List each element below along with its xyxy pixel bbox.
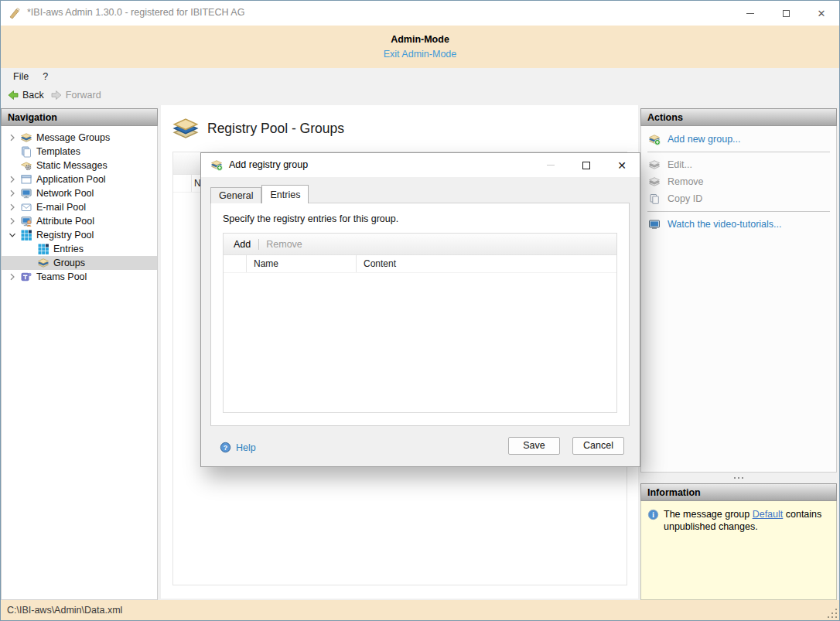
menu-help[interactable]: ? [36, 70, 55, 84]
title-bar: *IBI-aws Admin 1.30.0 - registered for I… [1, 1, 839, 26]
action-add-new-group[interactable]: Add new group... [641, 131, 836, 148]
nav-item-registry-pool[interactable]: Registry Pool [2, 228, 157, 242]
save-button[interactable]: Save [508, 437, 560, 455]
dialog-title: Add registry group [229, 159, 308, 170]
nav-item-message-groups[interactable]: Message Groups [2, 131, 157, 145]
app-icon [9, 7, 21, 19]
maximize-icon [783, 10, 790, 17]
nav-toolbar: Back Forward [1, 84, 839, 105]
default-group-link[interactable]: Default [753, 509, 784, 520]
nav-item-label: Registry Pool [36, 230, 94, 241]
app-window: *IBI-aws Admin 1.30.0 - registered for I… [0, 0, 840, 621]
nav-item-templates[interactable]: Templates [2, 145, 157, 159]
info-text-before: The message group [664, 509, 753, 520]
forward-arrow-icon [50, 89, 63, 101]
page-title: Registry Pool - Groups [207, 121, 344, 137]
minimize-icon [547, 165, 555, 165]
nav-item-entries[interactable]: Entries [2, 242, 157, 256]
dialog-close-button[interactable]: ✕ [604, 153, 640, 177]
window-icon [20, 173, 32, 186]
add-group-icon [210, 159, 223, 171]
layers-icon [172, 114, 200, 142]
nav-item-network-pool[interactable]: Network Pool [2, 186, 157, 200]
navigation-panel: Navigation Message GroupsTemplatesStatic… [1, 108, 158, 600]
menu-file[interactable]: File [6, 70, 36, 84]
action-copy-id: Copy ID [641, 190, 836, 207]
chevron-down-icon[interactable] [6, 229, 19, 241]
entries-description: Specify the registry entries for this gr… [223, 213, 398, 224]
right-column: Actions Add new group...Edit...RemoveCop… [640, 108, 837, 600]
column-header-content[interactable]: Content [357, 255, 616, 272]
status-path: C:\IBI-aws\Admin\Data.xml [7, 605, 122, 616]
action-edit: Edit... [641, 156, 836, 173]
admin-mode-banner: Admin-Mode Exit Admin-Mode [1, 26, 839, 68]
chevron-spacer [23, 257, 36, 269]
tv-icon [648, 218, 661, 230]
page-heading: Registry Pool - Groups [172, 114, 344, 142]
action-label: Copy ID [668, 193, 702, 204]
actions-divider [647, 152, 830, 152]
column-header-name[interactable]: Name [247, 255, 357, 272]
panel-splitter-handle[interactable] [640, 473, 837, 483]
close-icon: ✕ [818, 9, 826, 19]
remove-entry-button[interactable]: Remove [266, 239, 302, 250]
actions-list: Add new group...Edit...RemoveCopy IDWatc… [640, 126, 837, 473]
chevron-right-icon[interactable] [6, 201, 19, 213]
cancel-button[interactable]: Cancel [572, 437, 624, 455]
menu-bar: File ? [1, 68, 839, 84]
chevron-right-icon[interactable] [6, 187, 19, 200]
window-title: *IBI-aws Admin 1.30.0 - registered for I… [27, 7, 244, 18]
dialog-tabs: GeneralEntries [210, 185, 309, 203]
exit-admin-mode-link[interactable]: Exit Admin-Mode [384, 49, 456, 60]
nav-item-e-mail-pool[interactable]: E-mail Pool [2, 200, 157, 214]
chevron-right-icon[interactable] [6, 215, 19, 227]
help-icon [220, 442, 231, 453]
admin-mode-label: Admin-Mode [1, 26, 839, 45]
nav-item-label: E-mail Pool [36, 202, 86, 213]
monitor-icon [20, 187, 32, 200]
close-icon: ✕ [617, 159, 627, 172]
add-registry-group-dialog: Add registry group ✕ GeneralEntries Spec… [200, 152, 640, 467]
entries-list-header: NameContent [224, 255, 616, 273]
back-button[interactable]: Back [7, 89, 44, 101]
nav-item-teams-pool[interactable]: Teams Pool [2, 270, 157, 284]
nav-item-label: Static Messages [36, 160, 108, 171]
back-label: Back [22, 90, 44, 101]
layers-icon [20, 131, 32, 144]
close-button[interactable]: ✕ [804, 1, 839, 26]
actions-panel: Actions Add new group...Edit...RemoveCop… [640, 108, 837, 473]
resize-grip[interactable] [827, 608, 837, 618]
add-entry-button[interactable]: Add [234, 239, 251, 250]
chevron-right-icon[interactable] [6, 173, 19, 186]
chevron-right-icon[interactable] [6, 271, 19, 283]
nav-item-label: Teams Pool [36, 271, 87, 282]
chevron-spacer [23, 243, 36, 255]
nav-item-label: Entries [53, 244, 84, 254]
forward-button[interactable]: Forward [50, 89, 101, 101]
navigation-header: Navigation [1, 108, 158, 126]
action-label: Add new group... [668, 134, 741, 145]
actions-divider [647, 211, 830, 212]
dialog-title-bar: Add registry group ✕ [201, 153, 640, 177]
nav-item-application-pool[interactable]: Application Pool [2, 172, 157, 186]
tab-entries[interactable]: Entries [261, 185, 309, 203]
column-spacer [224, 255, 247, 272]
toolbar-separator [258, 239, 259, 250]
nav-item-attribute-pool[interactable]: Attribute Pool [2, 214, 157, 228]
registry-grid-icon [20, 229, 32, 241]
tab-general[interactable]: General [210, 187, 261, 203]
dialog-maximize-button[interactable] [569, 153, 604, 177]
user-monitor-icon [20, 215, 32, 227]
nav-item-static-messages[interactable]: Static Messages [2, 159, 157, 172]
action-watch-the-video-tutorials[interactable]: Watch the video-tutorials... [641, 216, 836, 233]
registry-grid-icon [37, 243, 50, 255]
nav-item-label: Message Groups [36, 132, 110, 143]
nav-item-groups[interactable]: Groups [2, 256, 157, 270]
splitter-dots-icon [738, 477, 739, 479]
help-link[interactable]: Help [220, 442, 256, 453]
remove-icon [648, 176, 661, 188]
chevron-right-icon[interactable] [6, 131, 19, 144]
back-arrow-icon [7, 89, 19, 101]
minimize-button[interactable] [732, 1, 768, 26]
maximize-button[interactable] [768, 1, 804, 26]
